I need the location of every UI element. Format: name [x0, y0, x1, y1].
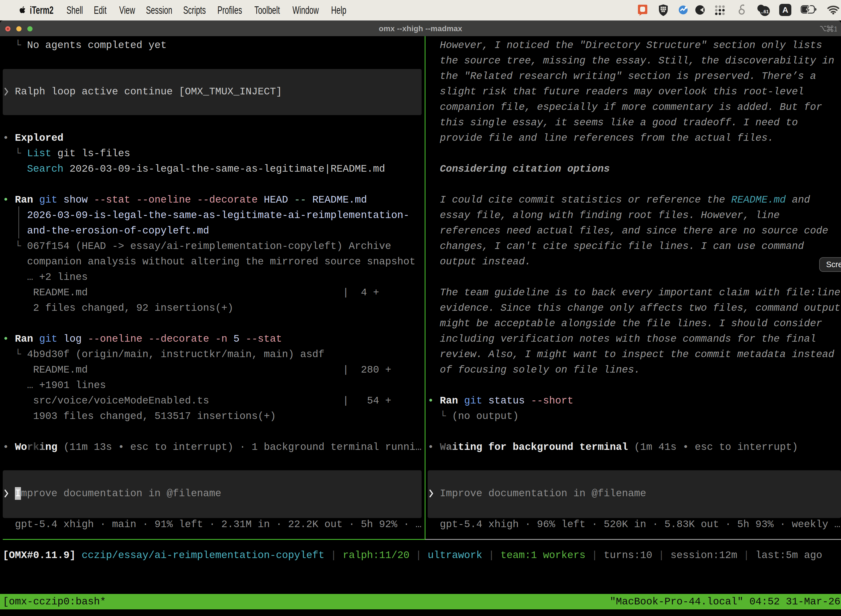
- svg-text:1: 1: [834, 25, 837, 32]
- svg-text:..61: ..61: [761, 9, 769, 14]
